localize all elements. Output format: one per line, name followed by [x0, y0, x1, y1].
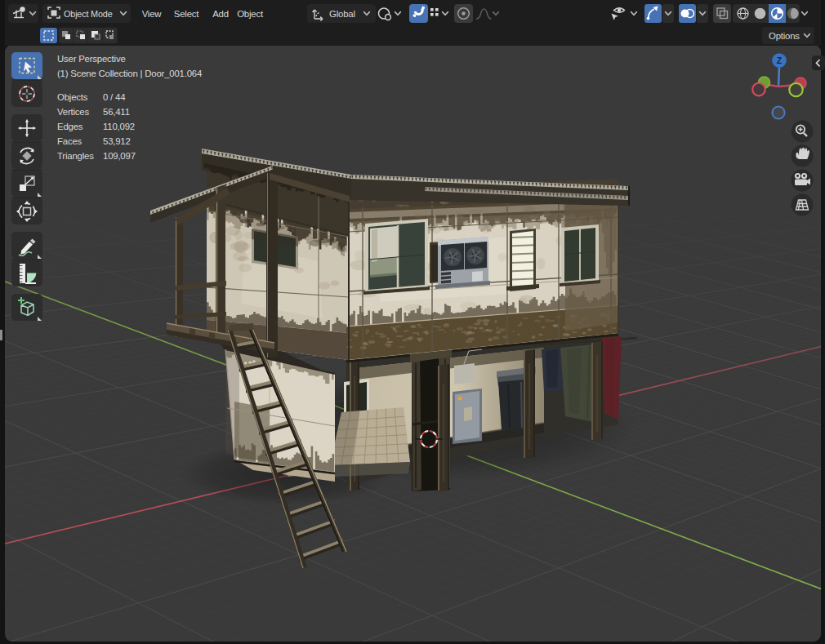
svg-text:56,411: 56,411 — [103, 107, 130, 117]
svg-text:53,912: 53,912 — [103, 136, 131, 146]
svg-text:110,092: 110,092 — [103, 122, 135, 131]
svg-text:Objects: Objects — [57, 92, 88, 102]
svg-text:Options: Options — [769, 31, 800, 41]
svg-text:Object Mode: Object Mode — [64, 9, 113, 19]
svg-text:Select: Select — [174, 9, 199, 19]
svg-text:Triangles: Triangles — [57, 151, 94, 161]
svg-text:User Perspective: User Perspective — [57, 54, 126, 64]
svg-text:Vertices: Vertices — [57, 107, 89, 117]
svg-text:Faces: Faces — [57, 136, 82, 146]
svg-text:Global: Global — [329, 9, 355, 19]
svg-text:109,097: 109,097 — [103, 151, 136, 161]
svg-text:Z: Z — [777, 56, 783, 65]
svg-text:Edges: Edges — [57, 122, 83, 131]
svg-text:0 / 44: 0 / 44 — [103, 92, 125, 102]
svg-text:(1) Scene Collection | Door_00: (1) Scene Collection | Door_001.064 — [57, 69, 202, 78]
svg-text:Object: Object — [237, 9, 264, 19]
svg-text:View: View — [142, 9, 163, 19]
svg-text:Add: Add — [212, 9, 229, 19]
